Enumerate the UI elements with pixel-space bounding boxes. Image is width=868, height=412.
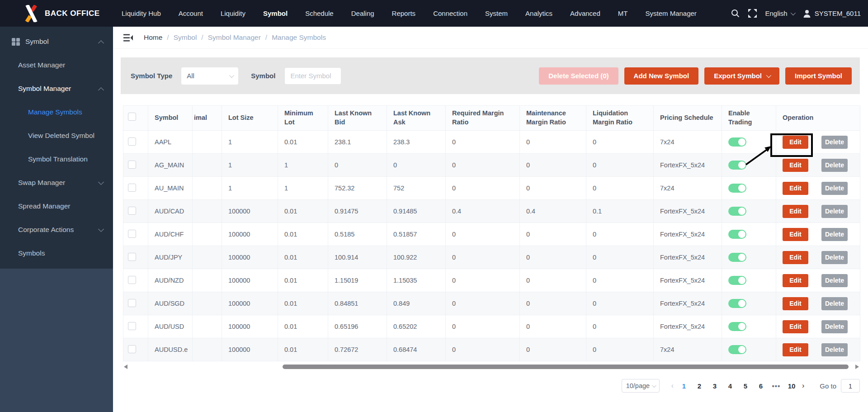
- breadcrumb-manage-symbols[interactable]: Manage Symbols: [272, 33, 326, 42]
- enable-trading-toggle[interactable]: [728, 299, 746, 308]
- add-new-symbol-button[interactable]: Add New Symbol: [624, 67, 699, 85]
- row-checkbox[interactable]: [128, 207, 136, 215]
- enable-trading-toggle[interactable]: [728, 276, 746, 285]
- delete-button[interactable]: Delete: [821, 343, 848, 356]
- enable-trading-toggle[interactable]: [728, 253, 746, 262]
- goto-page-input[interactable]: [841, 379, 860, 393]
- enable-trading-toggle[interactable]: [728, 230, 746, 239]
- page-1[interactable]: 1: [679, 382, 689, 390]
- scroll-left-arrow-icon[interactable]: [124, 365, 127, 369]
- edit-button[interactable]: Edit: [783, 320, 808, 333]
- breadcrumb-symbol-manager[interactable]: Symbol Manager: [208, 33, 261, 42]
- enable-trading-toggle[interactable]: [728, 137, 746, 147]
- sidebar-item-symbol-manager[interactable]: Symbol Manager: [0, 77, 113, 100]
- sidebar-item-swap-manager[interactable]: Swap Manager: [0, 171, 113, 194]
- delete-button[interactable]: Delete: [821, 297, 848, 310]
- nav-item-account[interactable]: Account: [179, 9, 203, 17]
- edit-button[interactable]: Edit: [783, 297, 808, 310]
- delete-button[interactable]: Delete: [821, 274, 848, 287]
- page-10[interactable]: 10: [787, 382, 797, 390]
- select-all-checkbox[interactable]: [128, 113, 136, 121]
- sidebar-item-symbols[interactable]: Symbols: [0, 242, 113, 265]
- sidebar-section-symbol[interactable]: Symbol: [0, 30, 113, 53]
- nav-item-reports[interactable]: Reports: [392, 9, 416, 17]
- scroll-right-arrow-icon[interactable]: [855, 365, 859, 369]
- breadcrumb-separator: /: [265, 33, 267, 42]
- nav-item-mt[interactable]: MT: [618, 9, 628, 17]
- row-checkbox[interactable]: [128, 230, 136, 238]
- enable-trading-toggle[interactable]: [728, 322, 746, 331]
- enable-trading-toggle[interactable]: [728, 161, 746, 170]
- nav-item-dealing[interactable]: Dealing: [351, 9, 374, 17]
- delete-button[interactable]: Delete: [821, 228, 848, 241]
- cell-last-known-bid: 0.65196: [328, 315, 387, 338]
- cell-last-known-ask: 0.68474: [387, 338, 446, 361]
- edit-button[interactable]: Edit: [783, 136, 808, 149]
- delete-button[interactable]: Delete: [821, 182, 848, 195]
- cell-required-margin-ratio: 0.4: [446, 200, 520, 223]
- page-size-select[interactable]: 10/page: [622, 379, 660, 393]
- sidebar-item-asset-manager[interactable]: Asset Manager: [0, 53, 113, 77]
- delete-button[interactable]: Delete: [821, 251, 848, 264]
- delete-button[interactable]: Delete: [821, 159, 848, 172]
- symbol-search-input[interactable]: [284, 67, 341, 85]
- row-checkbox[interactable]: [128, 276, 136, 284]
- user-menu[interactable]: SYSTEM_6011: [803, 9, 861, 18]
- cell-decimal-hidden: [193, 292, 222, 315]
- toggle-knob: [738, 161, 745, 169]
- sidebar-item-corporate-actions[interactable]: Corporate Actions: [0, 218, 113, 242]
- row-checkbox[interactable]: [128, 253, 136, 261]
- delete-selected-button[interactable]: Delete Selected (0): [539, 67, 618, 85]
- delete-button[interactable]: Delete: [821, 320, 848, 333]
- breadcrumb-symbol[interactable]: Symbol: [174, 33, 197, 42]
- export-symbol-button[interactable]: Export Symbol: [704, 67, 779, 85]
- nav-item-liquidity[interactable]: Liquidity: [221, 9, 245, 17]
- sidebar-item-view-deleted-symbol[interactable]: View Deleted Symbol: [0, 124, 113, 147]
- edit-button[interactable]: Edit: [783, 274, 808, 287]
- symbol-type-select[interactable]: All: [181, 67, 238, 85]
- edit-button[interactable]: Edit: [783, 228, 808, 241]
- next-page-button[interactable]: ›: [802, 382, 804, 390]
- row-checkbox[interactable]: [128, 322, 136, 330]
- page-4[interactable]: 4: [725, 382, 735, 390]
- delete-button[interactable]: Delete: [821, 205, 848, 218]
- prev-page-button[interactable]: ‹: [671, 382, 674, 390]
- nav-item-analytics[interactable]: Analytics: [525, 9, 552, 17]
- sidebar-item-manage-symbols[interactable]: Manage Symbols: [0, 100, 113, 124]
- delete-button[interactable]: Delete: [821, 136, 848, 149]
- row-checkbox[interactable]: [128, 299, 136, 307]
- nav-item-liquidity-hub[interactable]: Liquidity Hub: [122, 9, 161, 17]
- edit-button[interactable]: Edit: [783, 205, 808, 218]
- page-3[interactable]: 3: [710, 382, 720, 390]
- page-5[interactable]: 5: [741, 382, 750, 390]
- nav-item-system-manager[interactable]: System Manager: [645, 9, 696, 17]
- enable-trading-toggle[interactable]: [728, 184, 746, 193]
- nav-item-advanced[interactable]: Advanced: [570, 9, 600, 17]
- edit-button[interactable]: Edit: [783, 159, 808, 172]
- sidebar-item-spread-manager[interactable]: Spread Manager: [0, 194, 113, 218]
- cell-decimal-hidden: [193, 246, 222, 269]
- nav-item-schedule[interactable]: Schedule: [305, 9, 334, 17]
- enable-trading-toggle[interactable]: [728, 345, 746, 354]
- page-2[interactable]: 2: [694, 382, 704, 390]
- edit-button[interactable]: Edit: [783, 343, 808, 356]
- scrollbar-thumb[interactable]: [283, 365, 849, 369]
- nav-item-system[interactable]: System: [485, 9, 508, 17]
- page-ellipsis[interactable]: •••: [771, 382, 781, 390]
- nav-item-connection[interactable]: Connection: [433, 9, 467, 17]
- page-6[interactable]: 6: [756, 382, 766, 390]
- row-checkbox[interactable]: [128, 184, 136, 192]
- nav-item-symbol[interactable]: Symbol: [263, 9, 288, 17]
- edit-button[interactable]: Edit: [783, 251, 808, 264]
- row-checkbox[interactable]: [128, 345, 136, 353]
- sidebar-item-symbol-translation[interactable]: Symbol Translation: [0, 147, 113, 171]
- row-checkbox[interactable]: [128, 161, 136, 169]
- enable-trading-toggle[interactable]: [728, 207, 746, 216]
- fullscreen-icon[interactable]: [748, 9, 757, 18]
- import-symbol-button[interactable]: Import Symbol: [785, 67, 852, 85]
- language-selector[interactable]: English: [765, 9, 794, 17]
- row-checkbox[interactable]: [128, 137, 136, 146]
- search-icon[interactable]: [731, 9, 740, 18]
- collapse-sidebar-icon[interactable]: [123, 34, 133, 42]
- edit-button[interactable]: Edit: [783, 182, 808, 195]
